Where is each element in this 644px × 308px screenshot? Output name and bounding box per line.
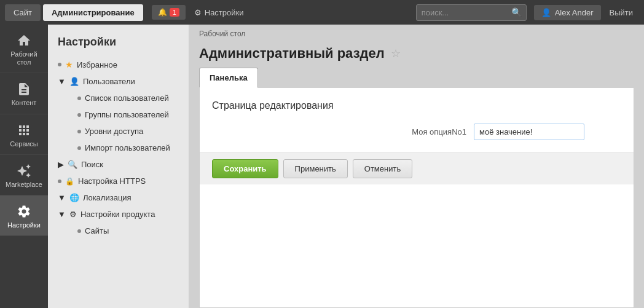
- nav-settings-button[interactable]: ⚙ Настройки: [188, 5, 250, 20]
- lock-icon: 🔒: [65, 177, 74, 186]
- user-import-label: Импорт пользователей: [85, 143, 170, 152]
- option-input[interactable]: [474, 124, 584, 140]
- user-list-label: Список пользователей: [85, 93, 169, 103]
- top-nav: Сайт Администрирование 🔔 1 ⚙ Настройки 🔍…: [0, 0, 644, 25]
- settings-title: Настройки: [48, 31, 189, 56]
- icon-sidebar: Рабочийстол Контент Сервисы Marketplace …: [0, 25, 48, 308]
- page-title: Административный раздел: [199, 45, 385, 61]
- dashboard-label: Рабочийстол: [10, 50, 37, 66]
- user-icon: 👤: [69, 77, 79, 86]
- user-label: Alex Ander: [555, 8, 594, 17]
- marketplace-icon: [17, 164, 31, 178]
- favorites-label: Избранное: [77, 60, 117, 69]
- main-content: Рабочий стол Административный раздел ☆ П…: [189, 25, 644, 308]
- gear-icon: ⚙: [69, 210, 77, 219]
- arrow-down-icon: ▼: [58, 193, 66, 202]
- search-area: 🔍: [416, 4, 527, 21]
- sidebar-item-services[interactable]: Сервисы: [0, 114, 48, 155]
- notification-icon: 🔔: [158, 8, 167, 17]
- sidebar-item-content[interactable]: Контент: [0, 73, 48, 114]
- sidebar-item-marketplace[interactable]: Marketplace: [0, 155, 48, 195]
- users-submenu: Список пользователей Группы пользователе…: [48, 90, 189, 156]
- breadcrumb: Рабочий стол: [189, 25, 644, 43]
- product-settings-submenu: Сайты: [48, 223, 189, 239]
- notification-badge: 1: [170, 8, 179, 17]
- sidebar-item-users-header[interactable]: ▼ 👤 Пользователи: [48, 73, 189, 90]
- sidebar-item-user-list[interactable]: Список пользователей: [68, 90, 189, 106]
- tabs-bar: Панелька: [189, 68, 644, 88]
- sidebar-item-settings[interactable]: Настройки: [0, 195, 48, 236]
- marketplace-label: Marketplace: [6, 181, 42, 189]
- user-button[interactable]: 👤 Alex Ander: [534, 5, 601, 20]
- globe-icon: 🌐: [69, 193, 79, 202]
- services-label: Сервисы: [10, 140, 38, 148]
- dot-icon: [77, 113, 81, 117]
- content-label: Контент: [12, 99, 37, 107]
- arrow-right-icon: ▶: [58, 160, 64, 169]
- apply-button[interactable]: Применить: [283, 159, 348, 178]
- nav-settings-label: Настройки: [205, 8, 244, 17]
- search-icon: 🔍: [511, 7, 522, 17]
- settings-icon: [17, 204, 31, 219]
- sidebar-item-https[interactable]: 🔒 Настройка HTTPS: [48, 173, 189, 189]
- content-icon: [17, 82, 31, 97]
- sidebar-item-sites[interactable]: Сайты: [68, 223, 189, 239]
- cancel-button[interactable]: Отменить: [353, 159, 412, 178]
- panel-section-title: Страница редактирования: [212, 100, 621, 111]
- page-header: Административный раздел ☆: [189, 43, 644, 68]
- home-icon: [17, 33, 31, 48]
- settings-sidebar: Настройки ★ Избранное ▼ 👤 Пользователи С…: [48, 25, 189, 308]
- dot-icon: [77, 229, 81, 233]
- arrow-down-icon: ▼: [58, 210, 66, 219]
- dot-icon: [58, 180, 61, 183]
- product-settings-label: Настройки продукта: [80, 210, 155, 219]
- arrow-down-icon: ▼: [58, 77, 66, 86]
- logout-button[interactable]: Выйти: [603, 5, 640, 20]
- save-button[interactable]: Сохранить: [212, 159, 278, 178]
- tab-panel[interactable]: Панелька: [199, 68, 258, 88]
- search-wrap: 🔍: [416, 4, 527, 21]
- site-button[interactable]: Сайт: [5, 4, 41, 21]
- sidebar-item-favorites[interactable]: ★ Избранное: [48, 56, 189, 73]
- sidebar-item-dashboard[interactable]: Рабочийстол: [0, 25, 48, 73]
- sidebar-item-user-groups[interactable]: Группы пользователей: [68, 106, 189, 123]
- main-panel: Страница редактирования Моя опцияNo1 Сох…: [199, 88, 634, 308]
- star-icon: ★: [65, 60, 73, 69]
- search-icon: 🔍: [68, 160, 77, 169]
- dot-icon: [58, 63, 61, 66]
- search-label: Поиск: [81, 160, 103, 169]
- favorite-star-button[interactable]: ☆: [391, 47, 401, 60]
- layout: Рабочийстол Контент Сервисы Marketplace …: [0, 25, 644, 308]
- sidebar-item-user-import[interactable]: Импорт пользователей: [68, 140, 189, 156]
- user-icon: 👤: [541, 8, 551, 17]
- user-groups-label: Группы пользователей: [85, 110, 169, 119]
- gear-icon: ⚙: [194, 8, 202, 17]
- access-levels-label: Уровни доступа: [85, 127, 143, 136]
- users-label: Пользователи: [83, 77, 135, 86]
- services-icon: [17, 123, 31, 138]
- https-label: Настройка HTTPS: [78, 176, 146, 186]
- sidebar-item-localization-header[interactable]: ▼ 🌐 Локализация: [48, 189, 189, 206]
- form-row: Моя опцияNo1: [212, 124, 621, 140]
- sidebar-item-access-levels[interactable]: Уровни доступа: [68, 123, 189, 140]
- sidebar-item-search-header[interactable]: ▶ 🔍 Поиск: [48, 156, 189, 173]
- notification-button[interactable]: 🔔 1: [152, 5, 186, 20]
- dot-icon: [77, 130, 81, 133]
- dot-icon: [77, 97, 81, 100]
- localization-label: Локализация: [83, 193, 132, 202]
- search-input[interactable]: [416, 4, 527, 21]
- dot-icon: [77, 146, 81, 150]
- form-label: Моя опцияNo1: [405, 127, 466, 136]
- settings-label: Настройки: [7, 221, 41, 229]
- admin-button[interactable]: Администрирование: [43, 4, 143, 21]
- sidebar-item-product-settings-header[interactable]: ▼ ⚙ Настройки продукта: [48, 206, 189, 223]
- action-buttons: Сохранить Применить Отменить: [200, 152, 634, 184]
- sites-label: Сайты: [85, 226, 109, 235]
